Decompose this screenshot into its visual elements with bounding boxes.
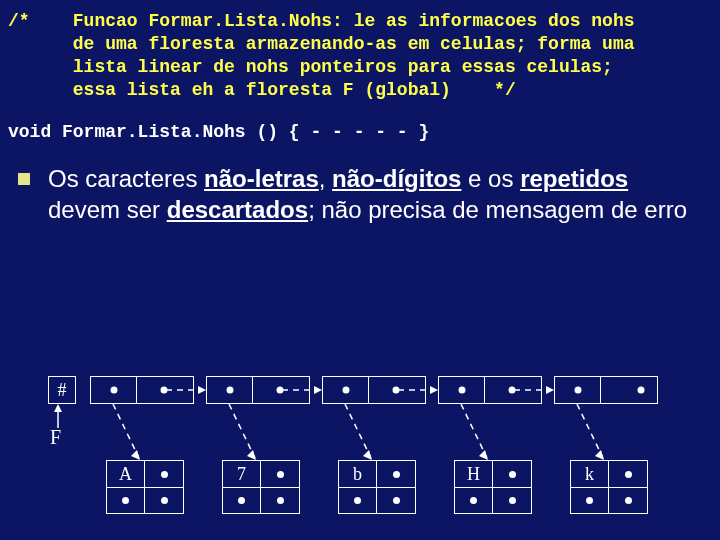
head-label: # [58,380,67,401]
svg-marker-1 [54,404,62,412]
svg-marker-5 [314,386,322,394]
value-cell: A [106,460,184,514]
value-cell: k [570,460,648,514]
svg-marker-15 [363,450,372,460]
svg-line-16 [461,404,487,458]
svg-marker-11 [131,450,140,460]
head-pointer-box: # [48,376,76,404]
bullet-square-icon [18,173,30,185]
value-cell: H [454,460,532,514]
list-name-label: F [50,426,61,449]
value-label: 7 [223,461,261,487]
bullet-text: Os caracteres não-letras, não-dígitos e … [48,164,702,225]
list-cell [438,376,542,404]
value-label: b [339,461,377,487]
svg-line-10 [113,404,139,458]
bullet-item: Os caracteres não-letras, não-dígitos e … [0,142,720,225]
svg-marker-13 [247,450,256,460]
function-declaration: void Formar.Lista.Nohs () { - - - - - } [0,102,720,142]
svg-marker-9 [546,386,554,394]
svg-marker-17 [479,450,488,460]
function-comment: /* Funcao Formar.Lista.Nohs: le as infor… [0,0,720,102]
svg-line-18 [577,404,603,458]
list-cell [90,376,194,404]
value-label: A [107,461,145,487]
svg-marker-7 [430,386,438,394]
value-label: k [571,461,609,487]
value-cell: 7 [222,460,300,514]
svg-line-12 [229,404,255,458]
value-cell: b [338,460,416,514]
value-label: H [455,461,493,487]
list-cell [554,376,658,404]
list-cell [322,376,426,404]
svg-line-14 [345,404,371,458]
list-cell [206,376,310,404]
svg-marker-19 [595,450,604,460]
svg-marker-3 [198,386,206,394]
